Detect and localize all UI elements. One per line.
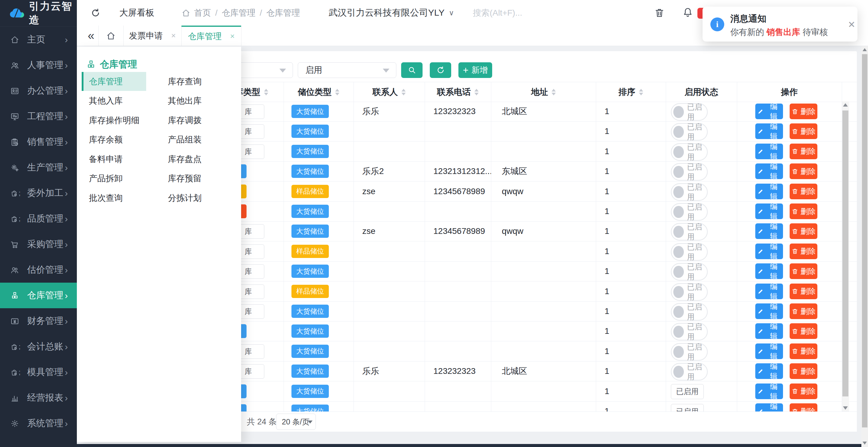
status-toggle[interactable]: 已启用 [671, 363, 708, 380]
column-header-联系人[interactable]: 联系人 [353, 82, 425, 102]
tab-home[interactable] [98, 26, 123, 46]
search-button[interactable] [401, 62, 423, 78]
submenu-item-其他入库[interactable]: 其他入库 [82, 92, 146, 110]
submenu-item-库存查询[interactable]: 库存查询 [161, 72, 225, 91]
edit-button[interactable]: 编辑 [755, 403, 783, 411]
sidebar-item-委外加工[interactable]: ;委外加工› [0, 180, 77, 206]
global-search-input[interactable] [472, 8, 573, 18]
sort-asc-icon[interactable] [401, 89, 406, 92]
submenu-item-库存调拨[interactable]: 库存调拨 [161, 111, 225, 130]
sidebar-item-仓库管理[interactable]: 仓库管理› [0, 283, 77, 308]
sort-asc-icon[interactable] [264, 89, 268, 92]
sort-desc-icon[interactable] [401, 93, 406, 95]
page-scrollbar-thumb[interactable] [862, 54, 867, 427]
scroll-up-arrow-icon[interactable] [843, 103, 848, 107]
close-icon[interactable]: × [171, 31, 176, 40]
sort-desc-icon[interactable] [474, 93, 478, 95]
breadcrumb-item-0[interactable]: 首页 [194, 8, 211, 18]
delete-button[interactable]: 删除 [789, 104, 817, 119]
edit-button[interactable]: 编辑 [755, 323, 783, 339]
page-size-select[interactable]: 20 条/页 [276, 414, 316, 430]
delete-button[interactable]: 删除 [789, 263, 817, 279]
column-header-联系电话[interactable]: 联系电话 [425, 82, 491, 102]
delete-button[interactable]: 删除 [789, 383, 817, 399]
submenu-item-库存盘点[interactable]: 库存盘点 [161, 149, 225, 169]
edit-button[interactable]: 编辑 [755, 303, 783, 319]
table-scrollbar[interactable] [842, 101, 849, 411]
sort-desc-icon[interactable] [335, 93, 339, 95]
page-scrollbar[interactable] [861, 46, 868, 447]
column-header-储位类型[interactable]: 储位类型 [284, 82, 353, 102]
delete-button[interactable]: 删除 [789, 363, 817, 379]
sort-icon[interactable] [335, 89, 339, 95]
sidebar-item-经营报表[interactable]: 经营报表› [0, 385, 77, 411]
sidebar-item-会计总账[interactable]: ;会计总账› [0, 334, 77, 359]
submenu-item-备料申请[interactable]: 备料申请 [82, 149, 146, 169]
bell-icon[interactable] [682, 7, 693, 18]
sidebar-item-系统管理[interactable]: 系统管理› [0, 411, 77, 436]
delete-button[interactable]: 删除 [789, 323, 817, 339]
sidebar-item-销售管理[interactable]: 销售管理› [0, 129, 77, 155]
column-header-地址[interactable]: 地址 [491, 82, 596, 102]
status-toggle[interactable]: 已启用 [671, 323, 708, 340]
status-toggle[interactable]: 已启用 [671, 243, 708, 261]
status-toggle[interactable]: 已启用 [671, 283, 708, 301]
sort-desc-icon[interactable] [264, 93, 268, 95]
breadcrumb-item-2[interactable]: 仓库管理 [267, 8, 300, 18]
delete-button[interactable]: 删除 [789, 204, 817, 219]
delete-button[interactable]: 删除 [789, 224, 817, 239]
delete-button[interactable]: 删除 [789, 303, 817, 319]
sidebar-item-财务管理[interactable]: 财务管理› [0, 308, 77, 334]
sort-icon[interactable] [474, 89, 478, 95]
sidebar-item-品质管理[interactable]: ;品质管理› [0, 206, 77, 232]
status-filter-select[interactable]: 启用 [298, 62, 396, 78]
refresh-table-button[interactable] [430, 62, 451, 78]
sort-desc-icon[interactable] [639, 93, 643, 95]
tab-发票申请[interactable]: 发票申请× [123, 26, 181, 46]
edit-button[interactable]: 编辑 [755, 164, 783, 179]
status-toggle[interactable]: 已启用 [671, 203, 708, 221]
collapse-menu-icon[interactable]: « [84, 26, 98, 46]
sort-asc-icon[interactable] [552, 89, 556, 92]
edit-button[interactable]: 编辑 [755, 124, 783, 139]
scroll-down-arrow-icon[interactable] [843, 406, 848, 410]
sidebar-item-主页[interactable]: 主页› [0, 27, 77, 53]
submenu-item-库存预留[interactable]: 库存预留 [161, 169, 225, 188]
edit-button[interactable]: 编辑 [755, 383, 783, 399]
sidebar-item-估价管理[interactable]: 估价管理› [0, 257, 77, 283]
delete-button[interactable]: 删除 [789, 184, 817, 199]
edit-button[interactable]: 编辑 [755, 144, 783, 159]
edit-button[interactable]: 编辑 [755, 283, 783, 299]
status-toggle[interactable]: 已启用 [671, 183, 708, 201]
edit-button[interactable]: 编辑 [755, 243, 783, 259]
refresh-icon[interactable] [90, 7, 101, 19]
clear-cache-trash-icon[interactable] [654, 7, 665, 18]
status-toggle[interactable]: 已启用 [671, 223, 708, 241]
delete-button[interactable]: 删除 [789, 144, 817, 159]
scroll-down-arrow-icon[interactable] [863, 442, 867, 445]
edit-button[interactable]: 编辑 [755, 363, 783, 379]
submenu-item-库存余额[interactable]: 库存余额 [82, 130, 146, 149]
sort-icon[interactable] [552, 89, 556, 95]
horizontal-scrollbar-thumb[interactable] [77, 444, 861, 447]
status-toggle[interactable]: 已启用 [671, 263, 708, 280]
home-icon[interactable] [181, 8, 190, 18]
tab-仓库管理[interactable]: 仓库管理× [181, 26, 241, 46]
submenu-item-库存操作明细[interactable]: 库存操作明细 [82, 111, 146, 130]
sort-asc-icon[interactable] [639, 89, 643, 92]
submenu-item-批次查询[interactable]: 批次查询 [82, 188, 146, 207]
delete-button[interactable]: 删除 [789, 403, 817, 411]
sort-icon[interactable] [639, 89, 643, 95]
sidebar-item-生产管理[interactable]: 生产管理› [0, 155, 77, 180]
column-header-排序[interactable]: 排序 [596, 82, 666, 102]
submenu-item-产品组装[interactable]: 产品组装 [161, 130, 225, 149]
sidebar-item-采购管理[interactable]: 采购管理› [0, 232, 77, 257]
edit-button[interactable]: 编辑 [755, 343, 783, 359]
close-icon[interactable]: × [230, 32, 235, 41]
add-button[interactable]: + 新增 [458, 62, 492, 78]
big-screen-board-link[interactable]: 大屏看板 [119, 7, 154, 19]
edit-button[interactable]: 编辑 [755, 184, 783, 199]
delete-button[interactable]: 删除 [789, 243, 817, 259]
delete-button[interactable]: 删除 [789, 283, 817, 299]
edit-button[interactable]: 编辑 [755, 204, 783, 219]
